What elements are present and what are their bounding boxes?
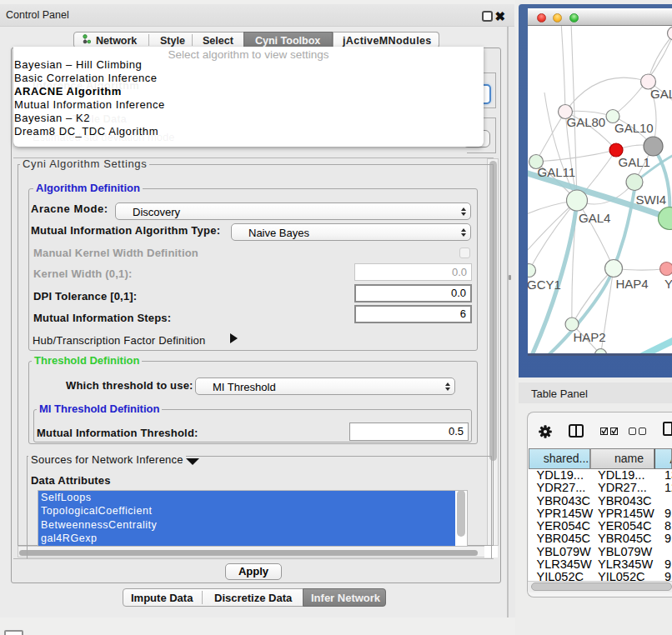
svg-text:HAP4: HAP4 <box>616 277 649 291</box>
svg-text:GAL80: GAL80 <box>567 115 606 129</box>
svg-text:YM: YM <box>664 277 672 291</box>
svg-text:SWI4: SWI4 <box>636 192 667 207</box>
svg-text:HAP2: HAP2 <box>574 330 606 344</box>
svg-text:GAL11: GAL11 <box>538 165 576 179</box>
svg-text:GAL1: GAL1 <box>619 155 650 169</box>
svg-text:GCY1: GCY1 <box>528 278 561 292</box>
svg-text:GAL7: GAL7 <box>650 87 672 101</box>
svg-text:GAL4: GAL4 <box>579 211 610 225</box>
svg-text:GAL10: GAL10 <box>614 121 654 135</box>
